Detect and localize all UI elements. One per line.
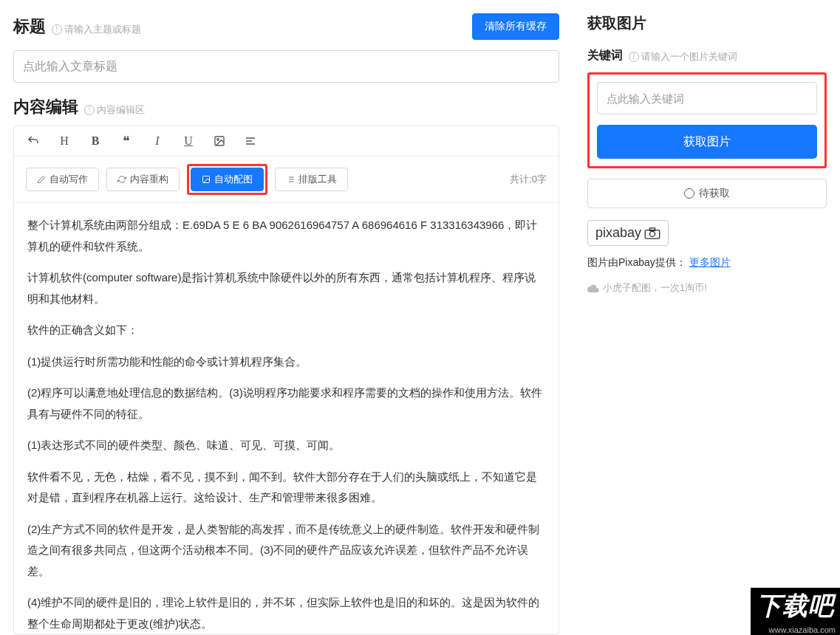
- pixabay-badge: pixabay: [587, 220, 669, 246]
- more-images-link[interactable]: 更多图片: [689, 256, 731, 268]
- content-restructure-button[interactable]: 内容重构: [106, 168, 180, 191]
- word-count: 共计:0字: [510, 173, 547, 186]
- title-label: 标题: [13, 16, 46, 38]
- info-icon: !: [629, 52, 639, 62]
- content-edit-label: 内容编辑: [13, 96, 78, 118]
- paragraph: 整个计算机系统由两部分组成：E.69DA 5 E 6 BA 9062616964…: [27, 215, 545, 257]
- clear-cache-button[interactable]: 清除所有缓存: [472, 13, 559, 40]
- underline-icon[interactable]: U: [181, 134, 196, 148]
- quote-icon[interactable]: ❝: [119, 134, 134, 148]
- camera-icon: [644, 227, 660, 239]
- title-hint: ! 请输入主题或标题: [52, 23, 141, 36]
- editor-card: H B ❝ I U 自动写作: [13, 126, 559, 635]
- svg-point-13: [649, 231, 655, 236]
- paragraph: (4)维护不同的硬件是旧的，理论上软件是旧的，并不坏，但实际上软件也是旧的和坏的…: [27, 592, 545, 634]
- keyword-highlight-box: 获取图片: [587, 72, 827, 168]
- paragraph: 软件的正确含义如下：: [27, 320, 545, 341]
- keyword-label: 关键词: [587, 48, 623, 64]
- keyword-header: 关键词 ! 请输入一个图片关键词: [587, 48, 827, 64]
- picture-icon: [202, 175, 211, 184]
- layout-icon: [286, 175, 295, 184]
- article-title-input[interactable]: [13, 50, 559, 83]
- align-left-icon[interactable]: [243, 134, 258, 148]
- footer-note: 小虎子配图，一次1淘币!: [587, 281, 827, 295]
- paragraph: 软件看不见，无色，枯燥，看不见，摸不到，闻不到。软件大部分存在于人们的头脑或纸上…: [27, 467, 545, 509]
- info-icon: !: [84, 105, 95, 115]
- refresh-icon: [117, 175, 126, 184]
- bold-icon[interactable]: B: [88, 134, 103, 148]
- pending-button[interactable]: 待获取: [587, 179, 827, 208]
- watermark-text: 下载吧: [751, 588, 840, 625]
- paragraph: (2)生产方式不同的软件是开发，是人类智能的高发挥，而不是传统意义上的硬件制造。…: [27, 519, 545, 583]
- paragraph: (1)表达形式不同的硬件类型、颜色、味道、可见、可摸、可闻。: [27, 435, 545, 456]
- pencil-icon: [37, 175, 46, 184]
- watermark: 下载吧 www.xiazaiba.com: [751, 588, 840, 635]
- auto-image-highlight: 自动配图: [187, 164, 267, 195]
- heading-icon[interactable]: H: [57, 134, 72, 148]
- action-toolbar: 自动写作 内容重构 自动配图 排版工具: [14, 157, 559, 203]
- italic-icon[interactable]: I: [150, 134, 165, 148]
- image-icon[interactable]: [212, 134, 227, 148]
- paragraph: (1)提供运行时所需功能和性能的命令或计算机程序集合。: [27, 351, 545, 373]
- title-section-header: 标题 ! 请输入主题或标题 清除所有缓存: [13, 13, 559, 40]
- svg-point-1: [217, 139, 219, 141]
- paragraph: (2)程序可以满意地处理信息的数据结构。(3)说明程序功能要求和程序需要的文档的…: [27, 382, 545, 425]
- editor-body[interactable]: 整个计算机系统由两部分组成：E.69DA 5 E 6 BA 9062616964…: [14, 203, 559, 634]
- main-panel: 标题 ! 请输入主题或标题 清除所有缓存 内容编辑 ! 内容编辑区: [0, 0, 574, 635]
- keyword-input[interactable]: [597, 82, 817, 114]
- provided-by-line: 图片由Pixabay提供： 更多图片: [587, 256, 827, 270]
- cloud-icon: [587, 284, 599, 292]
- paragraph: 计算机软件(computer software)是指计算机系统中除硬件以外的所有…: [27, 267, 545, 309]
- content-section-header: 内容编辑 ! 内容编辑区: [13, 96, 559, 118]
- fetch-images-button[interactable]: 获取图片: [597, 125, 817, 159]
- svg-rect-14: [649, 227, 655, 230]
- auto-write-button[interactable]: 自动写作: [26, 168, 99, 191]
- undo-icon[interactable]: [26, 134, 41, 148]
- layout-tool-button[interactable]: 排版工具: [275, 168, 348, 191]
- circle-icon: [684, 188, 694, 199]
- watermark-link: www.xiazaiba.com: [751, 625, 840, 635]
- sidebar-panel: 获取图片 关键词 ! 请输入一个图片关键词 获取图片 待获取 pixabay 图…: [574, 0, 840, 635]
- sidebar-title: 获取图片: [587, 13, 827, 33]
- keyword-hint: ! 请输入一个图片关键词: [629, 50, 737, 64]
- content-hint: ! 内容编辑区: [84, 103, 145, 117]
- info-icon: !: [52, 24, 62, 35]
- format-toolbar: H B ❝ I U: [14, 126, 559, 157]
- auto-image-button[interactable]: 自动配图: [191, 168, 264, 191]
